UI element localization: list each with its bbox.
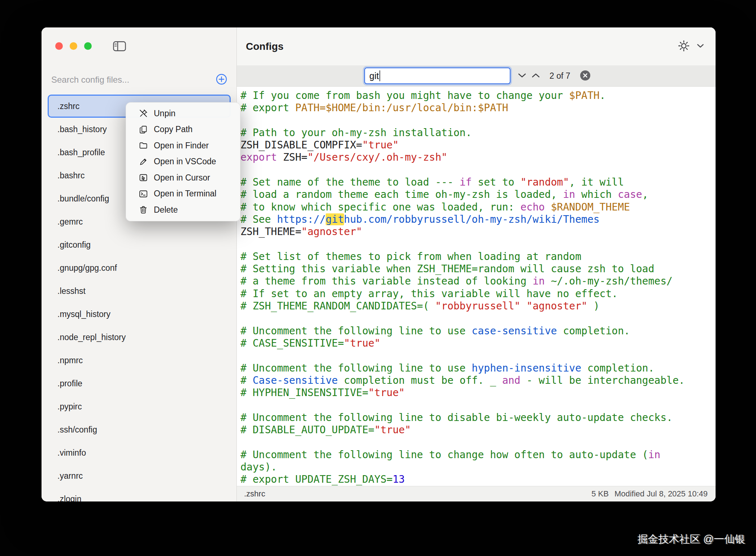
chevron-up-icon: [531, 73, 540, 79]
find-next-button[interactable]: [516, 71, 528, 81]
sidebar-toggle-button[interactable]: [112, 41, 127, 52]
code-line: # Case-sensitive completion must be off.…: [240, 374, 708, 387]
search-placeholder: Search config files...: [51, 75, 215, 85]
cursor-icon: [138, 173, 148, 182]
code-span: hyphen-insensitive: [472, 362, 581, 374]
code-span: .: [600, 90, 606, 101]
file-list-item[interactable]: .gitconfig: [48, 233, 231, 256]
context-menu-item-label: Delete: [154, 205, 178, 215]
code-span: "agnoster": [301, 226, 362, 238]
code-span: # Uncomment the following line to disabl…: [240, 412, 673, 423]
code-span: completion.: [581, 362, 654, 374]
code-line: # See https://github.com/robbyrussell/oh…: [240, 213, 708, 226]
code-span: # Uncomment the following line to use: [240, 325, 472, 337]
code-span: hub.com/robbyrussell/oh-my-zsh/wiki/Them…: [344, 213, 600, 225]
file-list-item[interactable]: .profile: [48, 372, 231, 395]
copy-icon: [138, 125, 148, 134]
code-span: [520, 300, 526, 312]
code-line: ZSH_DISABLE_COMPFIX="true": [240, 139, 708, 151]
context-menu-item-label: Open in Cursor: [154, 173, 210, 183]
sidebar-search-field[interactable]: Search config files...: [51, 72, 228, 87]
code-span: # Setting this variable when ZSH_THEME=r…: [240, 263, 654, 275]
context-menu-item[interactable]: Delete: [126, 202, 240, 218]
code-line: days).: [240, 461, 708, 473]
code-span: ZSH_DISABLE_COMPFIX=: [240, 139, 362, 151]
context-menu-item[interactable]: Open in Cursor: [126, 170, 240, 186]
code-span: # CASE_SENSITIVE=: [240, 337, 344, 349]
file-list-item[interactable]: .viminfo: [48, 441, 231, 464]
sidebar: Search config files... .zshrc.bash_histo…: [42, 27, 237, 501]
code-line: [240, 164, 708, 176]
context-menu-item[interactable]: Copy Path: [126, 122, 240, 138]
code-span: # DISABLE_AUTO_UPDATE=: [240, 424, 374, 436]
code-line: [240, 436, 708, 448]
zoom-window-button[interactable]: [84, 42, 92, 50]
code-span: , it will: [569, 176, 624, 188]
code-line: # If set to an empty array, this variabl…: [240, 288, 708, 300]
close-window-button[interactable]: [55, 42, 63, 50]
code-span: # Uncomment the following line to change…: [240, 449, 648, 461]
toolbar-dropdown-button[interactable]: [695, 42, 705, 51]
file-list-item[interactable]: .mysql_history: [48, 303, 231, 326]
code-span: # If set to an empty array, this variabl…: [240, 288, 618, 300]
code-line: # DISABLE_AUTO_UPDATE="true": [240, 424, 708, 436]
context-menu-item[interactable]: Unpin: [126, 105, 240, 122]
code-span: [545, 201, 551, 213]
code-line: ZSH_THEME="agnoster": [240, 226, 708, 238]
find-query-text: git: [369, 71, 379, 81]
context-menu-item-label: Open in Finder: [154, 141, 209, 151]
add-config-button[interactable]: [215, 73, 228, 86]
code-span: "agnoster": [526, 300, 587, 312]
file-list-item[interactable]: .pypirc: [48, 395, 231, 418]
code-span: # Set list of themes to pick from when l…: [240, 251, 581, 262]
code-span: $RANDOM_THEME: [551, 201, 630, 213]
code-span: "/Users/cxy/.oh-my-zsh": [307, 151, 447, 163]
code-line: # CASE_SENSITIVE="true": [240, 337, 708, 349]
code-line: # ZSH_THEME_RANDOM_CANDIDATES=( "robbyru…: [240, 300, 708, 312]
code-span: # ZSH_THEME_RANDOM_CANDIDATES=(: [240, 300, 435, 312]
code-span: set to: [472, 176, 521, 188]
code-span: # export UPDATE_ZSH_DAYS=: [240, 473, 392, 485]
file-list-item[interactable]: .yarnrc: [48, 464, 231, 487]
context-menu-item-label: Unpin: [154, 109, 175, 118]
file-list-item[interactable]: .npmrc: [48, 349, 231, 372]
code-line: # HYPHEN_INSENSITIVE="true": [240, 387, 708, 399]
code-line: # a theme from this variable instead of …: [240, 275, 708, 287]
file-list-item[interactable]: .gnupg/gpg.conf: [48, 256, 231, 279]
file-list-item[interactable]: .lesshst: [48, 279, 231, 303]
file-list-item[interactable]: .ssh/config: [48, 418, 231, 441]
status-info: 5 KB Modified Jul 8, 2025 10:49: [591, 489, 708, 499]
code-span: echo: [520, 201, 544, 213]
code-span: git: [326, 213, 344, 225]
code-line: # Uncomment the following line to use ca…: [240, 325, 708, 337]
code-span: completion must be off. _: [338, 374, 502, 386]
code-line: # If you come from bash you might have t…: [240, 90, 708, 102]
find-close-button[interactable]: [578, 69, 592, 83]
code-span: ZSH=: [277, 151, 307, 163]
folder-icon: [138, 141, 148, 150]
code-span: which: [575, 188, 618, 200]
code-span: if: [460, 176, 472, 188]
context-menu-item[interactable]: Open in Finder: [126, 138, 240, 154]
code-line: # Setting this variable when ZSH_THEME=r…: [240, 263, 708, 275]
context-menu-item[interactable]: Open in Terminal: [126, 186, 240, 202]
window-controls: [55, 42, 92, 50]
find-input[interactable]: git: [364, 68, 510, 84]
context-menu-item[interactable]: Open in VSCode: [126, 154, 240, 170]
code-span: in: [648, 449, 660, 461]
sidebar-icon: [113, 41, 126, 52]
code-span: # load a random theme each time oh-my-zs…: [240, 188, 563, 200]
find-previous-button[interactable]: [530, 71, 542, 81]
file-list-item[interactable]: .node_repl_history: [48, 326, 231, 349]
code-span: PATH=$HOME/bin:/usr/local/bin:$PATH: [295, 102, 508, 114]
code-editor[interactable]: # If you come from bash you might have t…: [237, 87, 716, 486]
code-span: # export: [240, 102, 295, 114]
theme-toggle-button[interactable]: [676, 38, 692, 55]
code-span: "true": [368, 387, 405, 399]
code-span: # Path to your oh-my-zsh installation.: [240, 127, 472, 139]
pencil-icon: [138, 157, 148, 166]
file-list-item[interactable]: .zlogin: [48, 487, 231, 501]
code-line: [240, 349, 708, 362]
status-modified: Modified Jul 8, 2025 10:49: [614, 489, 708, 499]
minimize-window-button[interactable]: [70, 42, 77, 50]
